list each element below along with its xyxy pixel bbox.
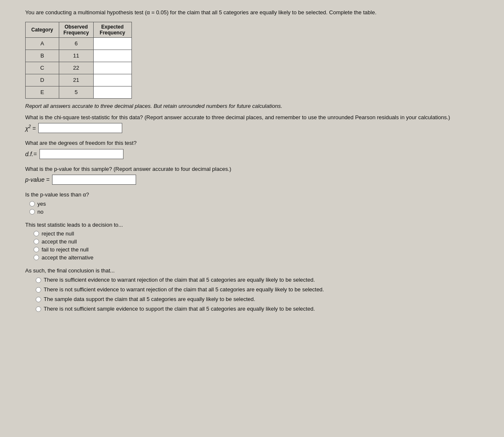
table-row: E 5 (26, 86, 132, 98)
decision-accept-null-label: accept the null (42, 238, 77, 245)
decision-accept-null[interactable]: accept the null (34, 238, 479, 245)
pvalue-input[interactable] (52, 175, 136, 185)
category-b: B (26, 50, 59, 62)
decision-fail-reject-label: fail to reject the null (42, 246, 89, 253)
expected-b-cell (93, 50, 131, 62)
col-category: Category (26, 22, 59, 37)
pvalue-section: What is the p-value for this sample? (Re… (25, 165, 479, 185)
df-label: d.f.= (25, 151, 37, 157)
conclusion-section: As such, the final conclusion is that...… (25, 267, 479, 312)
observed-e: 5 (59, 86, 94, 98)
decision-options: reject the null accept the null fail to … (34, 230, 479, 261)
decision-section: This test statistic leads to a decision … (25, 221, 479, 261)
radio-accept-alternative[interactable] (34, 255, 39, 260)
conclusion-option-4[interactable]: There is not sufficient sample evidence … (36, 306, 479, 312)
note-text: Report all answers accurate to three dec… (25, 103, 479, 109)
chi-square-question: What is the chi-square test-statistic fo… (25, 113, 479, 122)
option-no-label: no (37, 209, 43, 215)
category-d: D (26, 74, 59, 86)
expected-d-input[interactable] (98, 76, 127, 84)
chi-square-input[interactable] (38, 123, 122, 133)
expected-d-cell (93, 74, 131, 86)
conclusion-option-3-label: The sample data support the claim that a… (44, 296, 255, 302)
decision-fail-reject[interactable]: fail to reject the null (34, 246, 479, 253)
decision-reject-null-label: reject the null (42, 230, 74, 237)
radio-reject-null[interactable] (34, 231, 39, 236)
pvalue-question: What is the p-value for this sample? (Re… (25, 165, 479, 173)
conclusion-option-3[interactable]: The sample data support the claim that a… (36, 296, 479, 302)
pvalue-comparison-options: yes no (29, 201, 479, 215)
table-row: B 11 (26, 50, 132, 62)
radio-yes[interactable] (29, 201, 35, 207)
decision-accept-alternative[interactable]: accept the alternative (34, 254, 479, 261)
frequency-table: Category ObservedFrequency ExpectedFrequ… (25, 22, 132, 99)
col-observed: ObservedFrequency (59, 22, 94, 37)
expected-e-cell (93, 86, 131, 98)
conclusion-intro: As such, the final conclusion is that... (25, 267, 479, 275)
radio-fail-reject[interactable] (34, 247, 39, 252)
option-no[interactable]: no (29, 209, 479, 215)
category-a: A (26, 37, 59, 50)
radio-accept-null[interactable] (34, 239, 39, 244)
expected-c-input[interactable] (98, 64, 127, 72)
observed-d: 21 (59, 74, 94, 86)
chi-square-section: What is the chi-square test-statistic fo… (25, 113, 479, 133)
decision-question: This test statistic leads to a decision … (25, 221, 479, 229)
conclusion-option-2-label: There is not sufficient evidence to warr… (44, 286, 324, 293)
decision-accept-alternative-label: accept the alternative (42, 254, 94, 261)
decision-reject-null[interactable]: reject the null (34, 230, 479, 237)
observed-b: 11 (59, 50, 94, 62)
option-yes-label: yes (37, 201, 46, 207)
col-expected: ExpectedFrequency (93, 22, 131, 37)
pvalue-label: p-value = (25, 176, 50, 183)
expected-c-cell (93, 62, 131, 74)
conclusion-option-4-label: There is not sufficient sample evidence … (44, 306, 315, 312)
df-section: What are the degrees of freedom for this… (25, 139, 479, 159)
table-row: C 22 (26, 62, 132, 74)
observed-c: 22 (59, 62, 94, 74)
category-e: E (26, 86, 59, 98)
radio-no[interactable] (29, 209, 35, 215)
conclusion-option-2[interactable]: There is not sufficient evidence to warr… (36, 286, 479, 293)
chi-square-label: χ2 = (25, 124, 36, 132)
intro-text: You are conducting a multinomial hypothe… (25, 8, 479, 17)
expected-a-input[interactable] (98, 39, 127, 48)
pvalue-comparison-question: Is the p-value less than α? (25, 191, 479, 199)
conclusion-option-1-label: There is sufficient evidence to warrant … (44, 277, 315, 283)
table-row: D 21 (26, 74, 132, 86)
expected-b-input[interactable] (98, 52, 127, 60)
category-c: C (26, 62, 59, 74)
radio-conclusion-4[interactable] (36, 306, 41, 312)
table-row: A 6 (26, 37, 132, 50)
expected-a-cell (93, 37, 131, 50)
option-yes[interactable]: yes (29, 201, 479, 207)
df-question: What are the degrees of freedom for this… (25, 139, 479, 147)
expected-e-input[interactable] (98, 88, 127, 97)
radio-conclusion-3[interactable] (36, 297, 41, 302)
conclusion-option-1[interactable]: There is sufficient evidence to warrant … (36, 277, 479, 283)
df-input[interactable] (39, 149, 123, 159)
observed-a: 6 (59, 37, 94, 50)
radio-conclusion-2[interactable] (36, 287, 41, 293)
pvalue-comparison-section: Is the p-value less than α? yes no (25, 191, 479, 215)
conclusion-options: There is sufficient evidence to warrant … (36, 277, 479, 312)
radio-conclusion-1[interactable] (36, 277, 41, 283)
